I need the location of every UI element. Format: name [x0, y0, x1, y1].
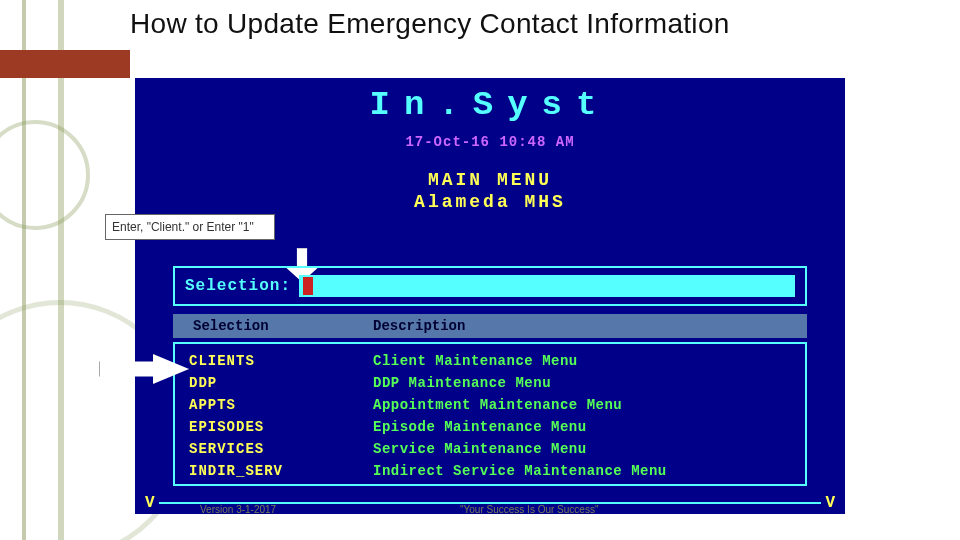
menu-code: DDP: [189, 372, 373, 394]
menu-desc: DDP Maintenance Menu: [373, 372, 551, 394]
menu-code: INDIR_SERV: [189, 460, 373, 482]
header-selection: Selection: [173, 318, 373, 334]
scroll-down-marker: V: [145, 494, 155, 512]
menu-desc: Episode Maintenance Menu: [373, 416, 587, 438]
menu-title: MAIN MENU: [135, 170, 845, 190]
menu-code: CLIENTS: [189, 350, 373, 372]
scroll-down-marker: V: [825, 494, 835, 512]
terminal-screenshot: In.Syst 17-Oct-16 10:48 AM MAIN MENU Ala…: [135, 78, 845, 514]
menu-desc: Indirect Service Maintenance Menu: [373, 460, 667, 482]
menu-desc: Service Maintenance Menu: [373, 438, 587, 460]
menu-item[interactable]: SERVICES Service Maintenance Menu: [189, 438, 791, 460]
footer-tagline: "Your Success Is Our Success": [460, 504, 598, 515]
menu-item[interactable]: EPISODES Episode Maintenance Menu: [189, 416, 791, 438]
app-name: In.Syst: [135, 86, 845, 124]
menu-item[interactable]: DDP DDP Maintenance Menu: [189, 372, 791, 394]
datetime: 17-Oct-16 10:48 AM: [135, 134, 845, 150]
selection-input[interactable]: [299, 275, 795, 297]
callout-text: Enter, "Client." or Enter "1": [112, 220, 254, 234]
decor-circle: [0, 120, 90, 230]
menu-item[interactable]: INDIR_SERV Indirect Service Maintenance …: [189, 460, 791, 482]
header-description: Description: [373, 318, 465, 334]
instruction-callout: Enter, "Client." or Enter "1": [105, 214, 275, 240]
page-title: How to Update Emergency Contact Informat…: [130, 8, 730, 40]
text-cursor-icon: [303, 277, 313, 295]
org-name: Alameda MHS: [135, 192, 845, 212]
decor-bar: [0, 50, 130, 78]
list-header-row: Selection Description: [173, 314, 807, 338]
menu-desc: Client Maintenance Menu: [373, 350, 578, 372]
menu-desc: Appointment Maintenance Menu: [373, 394, 622, 416]
selection-label: Selection:: [185, 277, 291, 295]
menu-code: APPTS: [189, 394, 373, 416]
menu-item[interactable]: APPTS Appointment Maintenance Menu: [189, 394, 791, 416]
menu-list: CLIENTS Client Maintenance Menu DDP DDP …: [173, 342, 807, 486]
menu-code: SERVICES: [189, 438, 373, 460]
menu-item[interactable]: CLIENTS Client Maintenance Menu: [189, 350, 791, 372]
menu-code: EPISODES: [189, 416, 373, 438]
selection-field-box: Selection:: [173, 266, 807, 306]
footer-version: Version 3-1-2017: [200, 504, 276, 515]
